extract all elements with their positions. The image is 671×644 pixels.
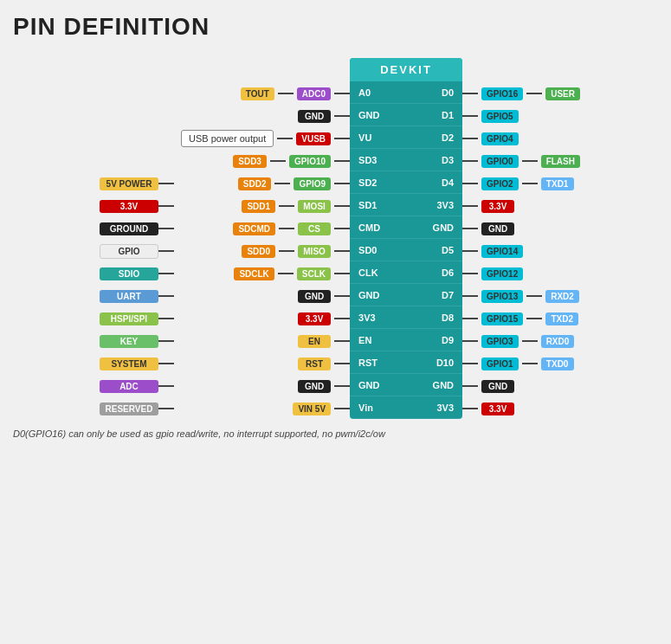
right-pin-row: GPIO1TXD0 (462, 352, 574, 375)
chip-pin-row: SD2D4 (350, 171, 462, 194)
left-pin-row: SDCMDCS (233, 217, 350, 240)
right-pin-row: GPIO3RXD0 (462, 330, 574, 352)
category-row: UART (91, 285, 174, 307)
left-pin-row: SDD0MISO (242, 240, 350, 262)
left-pin-row: 3.3V (298, 307, 350, 330)
right-pin-row: GPIO14 (462, 240, 523, 262)
category-row (91, 82, 174, 105)
right-pin-row: GPIO16USER (462, 82, 580, 105)
category-row: SDIO (91, 262, 174, 285)
right-pin-row: 3.3V (462, 397, 514, 420)
category-row: RESERVED (91, 397, 174, 420)
chip-pin-row: 3V3D8 (350, 306, 462, 329)
category-row: SYSTEM (91, 352, 174, 375)
chip-pin-row: VUD2 (350, 126, 462, 149)
right-pin-row: GND (462, 375, 514, 397)
category-row (91, 105, 174, 127)
category-badge: SYSTEM (100, 357, 158, 370)
chip-pin-row: SD3D3 (350, 149, 462, 171)
chip-pin-row: SD13V3 (350, 194, 462, 216)
diagram: 5V POWER3.3VGROUNDGPIOSDIOUARTHSPI/SPIKE… (13, 58, 658, 439)
chip-pin-row: A0D0 (350, 81, 462, 104)
category-badge: 3.3V (100, 200, 158, 213)
category-badge: KEY (100, 335, 158, 348)
right-pins: GPIO16USERGPIO5GPIO4GPIO0FLASHGPIO2TXD13… (462, 82, 580, 420)
usb-power-label: USB power output (181, 130, 274, 147)
category-row: HSPI/SPI (91, 307, 174, 330)
category-badge: RESERVED (100, 402, 158, 415)
chip-area: 5V POWER3.3VGROUNDGPIOSDIOUARTHSPI/SPIKE… (91, 58, 580, 420)
category-row: KEY (91, 330, 174, 352)
left-pin-row: SDD2GPIO9 (238, 172, 350, 195)
center-chip: DEVKIT A0D0GNDD1VUD2SD3D3SD2D4SD13V3CMDG… (350, 58, 462, 419)
category-row (91, 127, 174, 150)
category-badge: GPIO (100, 244, 158, 259)
left-pin-row: SDD3GPIO10 (233, 150, 350, 172)
left-pins: TOUTADC0GNDUSB power outputVUSBSDD3GPIO1… (181, 82, 350, 420)
category-badge: HSPI/SPI (100, 312, 158, 325)
chip-header: DEVKIT (350, 58, 462, 81)
category-row (91, 150, 174, 172)
left-pin-row: GND (298, 285, 350, 307)
left-pin-row: RST (298, 352, 350, 375)
chip-pin-row: SD0D5 (350, 239, 462, 261)
right-pin-row: GPIO12 (462, 262, 523, 285)
left-pin-row: GND (298, 105, 350, 127)
category-row: GROUND (91, 217, 174, 240)
footer-note: D0(GPIO16) can only be used as gpio read… (13, 428, 658, 439)
right-pin-row: GPIO0FLASH (462, 150, 580, 172)
chip-pin-row: GNDGND (350, 374, 462, 396)
category-row: ADC (91, 375, 174, 397)
chip-pin-row: GNDD7 (350, 284, 462, 306)
chip-pin-row: END9 (350, 329, 462, 351)
left-pin-row: SDD1MOSI (242, 195, 350, 217)
right-pin-row: GND (462, 217, 514, 240)
left-pin-row: GND (298, 375, 350, 397)
left-pin-row: USB power outputVUSB (181, 127, 350, 150)
right-pin-row: GPIO4 (462, 127, 519, 150)
category-badge: UART (100, 290, 158, 303)
chip-pin-row: RSTD10 (350, 351, 462, 374)
chip-pin-row: GNDD1 (350, 104, 462, 126)
left-pin-row: EN (298, 330, 350, 352)
left-pin-row: TOUTADC0 (241, 82, 350, 105)
left-pin-row: VIN 5V (293, 397, 350, 420)
category-column: 5V POWER3.3VGROUNDGPIOSDIOUARTHSPI/SPIKE… (91, 82, 174, 420)
category-row: 3.3V (91, 195, 174, 217)
chip-pin-row: Vin3V3 (350, 396, 462, 419)
right-pin-row: GPIO2TXD1 (462, 172, 574, 195)
category-badge: ADC (100, 380, 158, 393)
category-row: 5V POWER (91, 172, 174, 195)
right-pin-row: GPIO15TXD2 (462, 307, 578, 330)
chip-pin-row: CLKD6 (350, 261, 462, 284)
right-pin-row: GPIO5 (462, 105, 519, 127)
category-row: GPIO (91, 240, 174, 262)
right-pin-row: 3.3V (462, 195, 514, 217)
left-pin-row: SDCLKSCLK (234, 262, 350, 285)
category-badge: 5V POWER (100, 177, 158, 190)
category-badge: SDIO (100, 267, 158, 280)
chip-pin-row: CMDGND (350, 216, 462, 239)
page-title: PIN DEFINITION (13, 13, 658, 41)
right-pin-row: GPIO13RXD2 (462, 285, 579, 307)
category-badge: GROUND (100, 222, 158, 235)
